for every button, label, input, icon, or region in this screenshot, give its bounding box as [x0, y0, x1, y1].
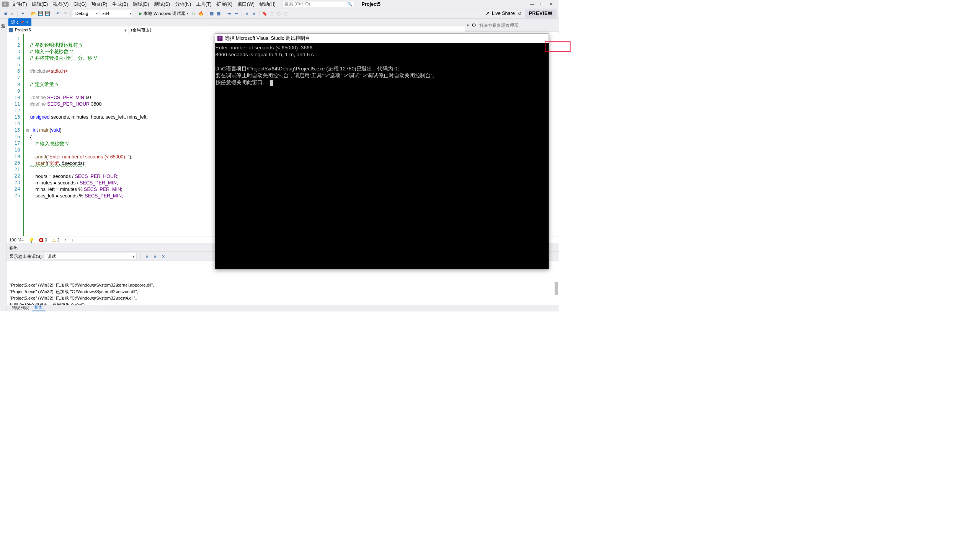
- output-scrollbar[interactable]: [554, 261, 558, 305]
- vs-logo-icon: ⊞: [2, 2, 9, 7]
- zoom-combo[interactable]: 100 %: [9, 238, 24, 243]
- output-source-label: 显示输出来源(S):: [10, 253, 43, 259]
- nav-up-icon[interactable]: ↑: [64, 238, 67, 243]
- preview-badge: PREVIEW: [525, 9, 556, 18]
- maximize-button[interactable]: □: [541, 2, 543, 7]
- toolbar-btn-7[interactable]: ▢: [269, 10, 275, 16]
- main-toolbar: ◀ ▶ ✦ 📂 💾 💾 ↶ ↷ Debug x64 ▶ 本地 Windows 调…: [0, 8, 559, 19]
- debug-console-window[interactable]: C\ 选择 Microsoft Visual Studio 调试控制台 Ente…: [215, 34, 549, 269]
- warning-count[interactable]: ⚠2: [52, 237, 60, 243]
- tab-error-list[interactable]: 错误列表: [10, 304, 31, 311]
- toolbar-btn-8[interactable]: ▢: [276, 10, 282, 16]
- save-button[interactable]: 💾: [38, 10, 44, 16]
- pin-icon[interactable]: 📌: [20, 20, 24, 24]
- cursor-icon: [270, 80, 273, 86]
- minimize-button[interactable]: —: [530, 2, 534, 7]
- open-file-button[interactable]: 📂: [31, 10, 37, 16]
- search-placeholder: 搜索 (Ctrl+Q): [284, 1, 310, 7]
- menu-project[interactable]: 项目(P): [89, 0, 109, 8]
- start-no-debug-button[interactable]: ▷: [191, 10, 197, 16]
- toolbox-side-tab[interactable]: 工具箱: [0, 19, 7, 311]
- search-icon: 🔍: [347, 2, 353, 7]
- platform-combo[interactable]: x64: [100, 10, 133, 17]
- liveshare-icon: ↗: [485, 11, 489, 16]
- hot-reload-button[interactable]: 🔥: [198, 10, 204, 16]
- toolbar-btn-1[interactable]: ▦: [209, 10, 215, 16]
- output-tool-3[interactable]: ✕: [160, 253, 167, 259]
- highlight-annotation: [545, 41, 570, 52]
- liveshare-button[interactable]: Live Share: [492, 11, 515, 16]
- toolbar-btn-6[interactable]: ≡: [251, 10, 257, 16]
- bottom-tab-well: 错误列表 输出: [7, 305, 559, 311]
- global-search-input[interactable]: 搜索 (Ctrl+Q) 🔍: [283, 1, 354, 7]
- lightbulb-icon[interactable]: 💡: [29, 237, 34, 243]
- line-number-gutter: 1234567891011121314151617181920212223242…: [7, 34, 24, 236]
- menu-file[interactable]: 文件(F): [9, 0, 29, 8]
- console-output: Enter number of seconds (< 65000): 3666 …: [215, 43, 549, 87]
- toolbar-btn-5[interactable]: ≡: [244, 10, 250, 16]
- redo-button[interactable]: ↷: [62, 10, 68, 16]
- tab-label: 源.c: [11, 19, 19, 25]
- menu-window[interactable]: 窗口(W): [235, 0, 257, 8]
- save-all-button[interactable]: 💾: [44, 10, 51, 16]
- menu-test[interactable]: 测试(S): [152, 0, 172, 8]
- bookmark-button[interactable]: 🔖: [262, 10, 268, 16]
- solution-explorer-collapsed[interactable]: ▾ ⚙ 解决方案资源管理器: [465, 19, 559, 32]
- nav-project-combo[interactable]: Project5: [7, 26, 129, 34]
- menu-help[interactable]: 帮助(H): [257, 0, 278, 8]
- feedback-icon[interactable]: ☺: [518, 11, 523, 16]
- menu-build[interactable]: 生成(B): [110, 0, 130, 8]
- menu-edit[interactable]: 编辑(E): [30, 0, 50, 8]
- menu-git[interactable]: Git(G): [71, 0, 89, 8]
- close-tab-icon[interactable]: ✕: [26, 20, 29, 24]
- menu-analyze[interactable]: 分析(N): [173, 0, 193, 8]
- toolbar-btn-2[interactable]: ▦: [216, 10, 222, 16]
- config-combo[interactable]: Debug: [73, 10, 99, 17]
- menu-debug[interactable]: 调试(D): [131, 0, 152, 8]
- console-icon: C\: [217, 36, 223, 41]
- output-tool-2[interactable]: ≡: [152, 253, 158, 259]
- output-tool-1[interactable]: ≡: [144, 253, 150, 259]
- gear-icon: ⚙: [472, 22, 476, 28]
- close-button[interactable]: ✕: [549, 2, 553, 7]
- toolbar-btn-9[interactable]: ▢: [283, 10, 289, 16]
- toolbar-btn-3[interactable]: ⇥: [226, 10, 232, 16]
- menu-bar: ⊞ 文件(F) 编辑(E) 视图(V) Git(G) 项目(P) 生成(B) 调…: [0, 0, 559, 8]
- nav-forward-button[interactable]: ▶: [9, 10, 15, 16]
- nav-back-button[interactable]: ◀: [2, 10, 8, 16]
- output-source-combo[interactable]: 调试: [45, 253, 137, 259]
- console-titlebar[interactable]: C\ 选择 Microsoft Visual Studio 调试控制台: [215, 34, 549, 43]
- start-debug-button[interactable]: ▶ 本地 Windows 调试器 ▾: [137, 10, 190, 17]
- toolbar-btn-4[interactable]: ⇤: [233, 10, 239, 16]
- menu-extensions[interactable]: 扩展(X): [214, 0, 235, 8]
- menu-view[interactable]: 视图(V): [51, 0, 71, 8]
- undo-button[interactable]: ↶: [55, 10, 61, 16]
- menu-tools[interactable]: 工具(T): [194, 0, 214, 8]
- project-icon: [9, 28, 13, 32]
- error-count[interactable]: ✕0: [39, 238, 47, 243]
- play-icon: ▶: [139, 11, 142, 16]
- solution-name: Project5: [362, 1, 381, 7]
- tab-source-c[interactable]: 源.c 📌 ✕: [8, 18, 31, 26]
- console-title-text: 选择 Microsoft Visual Studio 调试控制台: [225, 35, 310, 42]
- nav-down-icon[interactable]: ↓: [71, 238, 74, 243]
- new-item-button[interactable]: ✦: [20, 10, 26, 16]
